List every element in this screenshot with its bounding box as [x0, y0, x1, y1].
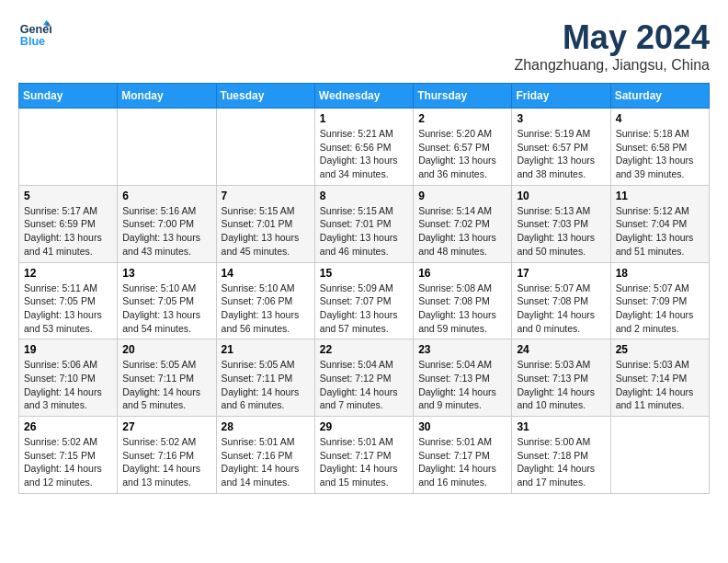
weekday-header-monday: Monday: [118, 84, 216, 109]
calendar-week-row: 5Sunrise: 5:17 AMSunset: 6:59 PMDaylight…: [19, 185, 710, 262]
calendar-cell: [610, 417, 709, 494]
day-number: 4: [616, 112, 704, 125]
calendar-cell: 13Sunrise: 5:10 AMSunset: 7:05 PMDayligh…: [118, 262, 216, 339]
day-info: Sunrise: 5:00 AMSunset: 7:18 PMDaylight:…: [517, 435, 605, 489]
day-info: Sunrise: 5:01 AMSunset: 7:17 PMDaylight:…: [320, 435, 408, 489]
day-info: Sunrise: 5:14 AMSunset: 7:02 PMDaylight:…: [418, 204, 506, 259]
calendar-cell: 17Sunrise: 5:07 AMSunset: 7:08 PMDayligh…: [512, 262, 610, 339]
day-info: Sunrise: 5:07 AMSunset: 7:09 PMDaylight:…: [616, 282, 704, 336]
day-info: Sunrise: 5:10 AMSunset: 7:06 PMDaylight:…: [222, 282, 310, 336]
day-info: Sunrise: 5:06 AMSunset: 7:10 PMDaylight:…: [24, 358, 112, 412]
svg-text:Blue: Blue: [20, 35, 45, 48]
day-number: 23: [418, 343, 506, 356]
calendar-cell: 31Sunrise: 5:00 AMSunset: 7:18 PMDayligh…: [512, 417, 610, 494]
day-number: 16: [418, 267, 506, 280]
day-number: 31: [517, 420, 605, 433]
day-number: 3: [517, 112, 605, 125]
month-year-title: May 2024: [514, 18, 710, 57]
calendar-cell: 2Sunrise: 5:20 AMSunset: 6:57 PMDaylight…: [414, 109, 512, 186]
day-number: 21: [222, 343, 310, 356]
day-info: Sunrise: 5:08 AMSunset: 7:08 PMDaylight:…: [418, 282, 506, 336]
day-info: Sunrise: 5:02 AMSunset: 7:15 PMDaylight:…: [24, 435, 112, 489]
day-info: Sunrise: 5:12 AMSunset: 7:04 PMDaylight:…: [616, 204, 704, 259]
calendar-cell: 3Sunrise: 5:19 AMSunset: 6:57 PMDaylight…: [512, 109, 610, 186]
calendar-cell: 29Sunrise: 5:01 AMSunset: 7:17 PMDayligh…: [314, 417, 413, 494]
weekday-header-wednesday: Wednesday: [314, 84, 413, 109]
calendar-cell: [216, 109, 314, 186]
day-number: 29: [320, 420, 408, 433]
calendar-cell: [19, 109, 118, 186]
calendar-cell: 1Sunrise: 5:21 AMSunset: 6:56 PMDaylight…: [314, 109, 413, 186]
calendar-cell: 4Sunrise: 5:18 AMSunset: 6:58 PMDaylight…: [610, 109, 709, 186]
calendar-cell: 20Sunrise: 5:05 AMSunset: 7:11 PMDayligh…: [118, 339, 216, 417]
day-number: 13: [122, 267, 210, 280]
location-subtitle: Zhangzhuang, Jiangsu, China: [514, 57, 710, 74]
calendar-cell: 15Sunrise: 5:09 AMSunset: 7:07 PMDayligh…: [314, 262, 413, 339]
calendar-cell: 21Sunrise: 5:05 AMSunset: 7:11 PMDayligh…: [216, 339, 314, 417]
day-info: Sunrise: 5:18 AMSunset: 6:58 PMDaylight:…: [616, 127, 704, 181]
weekday-header-thursday: Thursday: [414, 84, 512, 109]
day-number: 26: [24, 420, 112, 433]
day-number: 11: [616, 190, 704, 202]
weekday-header-row: SundayMondayTuesdayWednesdayThursdayFrid…: [19, 84, 710, 109]
calendar-cell: 6Sunrise: 5:16 AMSunset: 7:00 PMDaylight…: [118, 185, 216, 262]
day-number: 7: [222, 190, 310, 202]
calendar-cell: 5Sunrise: 5:17 AMSunset: 6:59 PMDaylight…: [19, 185, 118, 262]
day-number: 8: [320, 190, 408, 202]
day-info: Sunrise: 5:03 AMSunset: 7:13 PMDaylight:…: [517, 358, 605, 412]
calendar-cell: 30Sunrise: 5:01 AMSunset: 7:17 PMDayligh…: [414, 417, 512, 494]
day-info: Sunrise: 5:19 AMSunset: 6:57 PMDaylight:…: [517, 127, 605, 181]
day-info: Sunrise: 5:15 AMSunset: 7:01 PMDaylight:…: [320, 204, 408, 259]
calendar-cell: 11Sunrise: 5:12 AMSunset: 7:04 PMDayligh…: [610, 185, 709, 262]
title-section: May 2024 Zhangzhuang, Jiangsu, China: [514, 18, 710, 74]
day-number: 9: [418, 190, 506, 202]
weekday-header-sunday: Sunday: [19, 84, 118, 109]
calendar-cell: 7Sunrise: 5:15 AMSunset: 7:01 PMDaylight…: [216, 185, 314, 262]
calendar-cell: 16Sunrise: 5:08 AMSunset: 7:08 PMDayligh…: [414, 262, 512, 339]
day-number: 25: [616, 343, 704, 356]
day-info: Sunrise: 5:04 AMSunset: 7:13 PMDaylight:…: [418, 358, 506, 412]
calendar-table: SundayMondayTuesdayWednesdayThursdayFrid…: [18, 83, 710, 494]
day-number: 14: [222, 267, 310, 280]
day-number: 15: [320, 267, 408, 280]
calendar-cell: 27Sunrise: 5:02 AMSunset: 7:16 PMDayligh…: [118, 417, 216, 494]
day-info: Sunrise: 5:04 AMSunset: 7:12 PMDaylight:…: [320, 358, 408, 412]
day-number: 24: [517, 343, 605, 356]
weekday-header-saturday: Saturday: [610, 84, 709, 109]
day-number: 6: [122, 190, 210, 202]
calendar-cell: 19Sunrise: 5:06 AMSunset: 7:10 PMDayligh…: [19, 339, 118, 417]
day-number: 18: [616, 267, 704, 280]
calendar-cell: 24Sunrise: 5:03 AMSunset: 7:13 PMDayligh…: [512, 339, 610, 417]
day-info: Sunrise: 5:10 AMSunset: 7:05 PMDaylight:…: [122, 282, 210, 336]
calendar-cell: 8Sunrise: 5:15 AMSunset: 7:01 PMDaylight…: [314, 185, 413, 262]
calendar-cell: 14Sunrise: 5:10 AMSunset: 7:06 PMDayligh…: [216, 262, 314, 339]
day-number: 19: [24, 343, 112, 356]
day-info: Sunrise: 5:17 AMSunset: 6:59 PMDaylight:…: [24, 204, 112, 259]
logo-icon: General Blue: [18, 18, 51, 52]
calendar-cell: 28Sunrise: 5:01 AMSunset: 7:16 PMDayligh…: [216, 417, 314, 494]
day-number: 17: [517, 267, 605, 280]
calendar-cell: 25Sunrise: 5:03 AMSunset: 7:14 PMDayligh…: [610, 339, 709, 417]
weekday-header-tuesday: Tuesday: [216, 84, 314, 109]
day-info: Sunrise: 5:16 AMSunset: 7:00 PMDaylight:…: [122, 204, 210, 259]
day-info: Sunrise: 5:01 AMSunset: 7:16 PMDaylight:…: [222, 435, 310, 489]
day-number: 1: [320, 112, 408, 125]
calendar-cell: 22Sunrise: 5:04 AMSunset: 7:12 PMDayligh…: [314, 339, 413, 417]
calendar-cell: 9Sunrise: 5:14 AMSunset: 7:02 PMDaylight…: [414, 185, 512, 262]
calendar-week-row: 19Sunrise: 5:06 AMSunset: 7:10 PMDayligh…: [19, 339, 710, 417]
day-info: Sunrise: 5:05 AMSunset: 7:11 PMDaylight:…: [122, 358, 210, 412]
day-info: Sunrise: 5:05 AMSunset: 7:11 PMDaylight:…: [222, 358, 310, 412]
calendar-cell: 26Sunrise: 5:02 AMSunset: 7:15 PMDayligh…: [19, 417, 118, 494]
day-info: Sunrise: 5:02 AMSunset: 7:16 PMDaylight:…: [122, 435, 210, 489]
day-number: 12: [24, 267, 112, 280]
day-info: Sunrise: 5:15 AMSunset: 7:01 PMDaylight:…: [222, 204, 310, 259]
day-info: Sunrise: 5:07 AMSunset: 7:08 PMDaylight:…: [517, 282, 605, 336]
calendar-cell: 23Sunrise: 5:04 AMSunset: 7:13 PMDayligh…: [414, 339, 512, 417]
day-info: Sunrise: 5:03 AMSunset: 7:14 PMDaylight:…: [616, 358, 704, 412]
day-number: 30: [418, 420, 506, 433]
calendar-cell: 10Sunrise: 5:13 AMSunset: 7:03 PMDayligh…: [512, 185, 610, 262]
calendar-cell: 18Sunrise: 5:07 AMSunset: 7:09 PMDayligh…: [610, 262, 709, 339]
calendar-cell: 12Sunrise: 5:11 AMSunset: 7:05 PMDayligh…: [19, 262, 118, 339]
day-number: 28: [222, 420, 310, 433]
calendar-cell: [118, 109, 216, 186]
